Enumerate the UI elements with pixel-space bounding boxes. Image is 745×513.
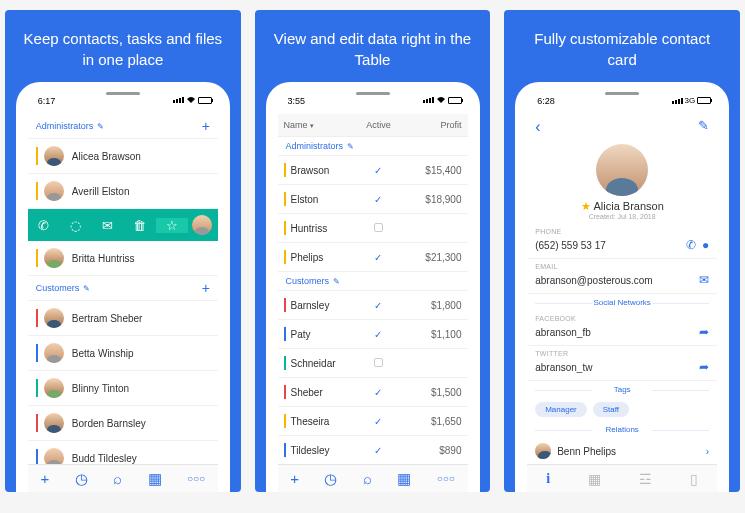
star-icon[interactable]: ☆ bbox=[156, 218, 188, 233]
mail-icon[interactable]: ✉ bbox=[699, 273, 709, 287]
check-icon[interactable]: ✓ bbox=[374, 252, 382, 263]
table-row[interactable]: Huntriss bbox=[278, 214, 468, 243]
check-icon[interactable]: ✓ bbox=[374, 194, 382, 205]
tag[interactable]: Staff bbox=[593, 402, 629, 417]
phone-mock: 3:55 Name ▾ Active Profit Administrators… bbox=[266, 82, 480, 492]
calendar-icon[interactable]: ▦ bbox=[148, 470, 162, 488]
col-name[interactable]: Name ▾ bbox=[284, 120, 355, 130]
list-item[interactable]: Bertram Sheber bbox=[28, 301, 218, 336]
section-administrators[interactable]: Administrators✎+ bbox=[28, 114, 218, 139]
check-icon[interactable]: ✓ bbox=[374, 165, 382, 176]
calendar-icon[interactable]: ▦ bbox=[588, 471, 601, 487]
list-item[interactable]: Britta Huntriss bbox=[28, 241, 218, 276]
add-button[interactable]: + bbox=[41, 470, 50, 487]
phone-label: PHONE bbox=[527, 224, 717, 235]
chat-icon[interactable]: ◌ bbox=[60, 218, 92, 233]
col-profit[interactable]: Profit bbox=[402, 120, 461, 130]
list-icon[interactable]: ☲ bbox=[639, 471, 652, 487]
avatar bbox=[44, 248, 64, 268]
table-row[interactable]: Tildesley✓$890 bbox=[278, 436, 468, 465]
edit-icon[interactable]: ✎ bbox=[333, 277, 340, 286]
twitter-row[interactable]: abranson_tw➦ bbox=[527, 357, 717, 381]
headline: View and edit data right in the Table bbox=[255, 10, 491, 82]
edit-icon[interactable]: ✎ bbox=[83, 284, 90, 293]
edit-icon[interactable]: ✎ bbox=[698, 118, 709, 136]
promo-card-1: Keep contacts, tasks and files in one pl… bbox=[5, 10, 241, 492]
table-row[interactable]: Schneidar bbox=[278, 349, 468, 378]
table-row[interactable]: Elston✓$18,900 bbox=[278, 185, 468, 214]
relations-divider: Relations bbox=[527, 421, 717, 438]
notch bbox=[321, 84, 425, 104]
tag[interactable]: Manager bbox=[535, 402, 587, 417]
swipe-actions: ✆ ◌ ✉ 🗑 ☆ bbox=[28, 209, 218, 241]
detail-header: ‹ ✎ bbox=[527, 114, 717, 140]
more-icon[interactable]: ○○○ bbox=[187, 473, 205, 484]
edit-icon[interactable]: ✎ bbox=[97, 122, 104, 131]
edit-icon[interactable]: ✎ bbox=[347, 142, 354, 151]
twitter-label: TWITTER bbox=[527, 346, 717, 357]
section-customers[interactable]: Customers✎+ bbox=[28, 276, 218, 301]
table-header: Name ▾ Active Profit bbox=[278, 114, 468, 137]
avatar bbox=[44, 413, 64, 433]
facebook-label: FACEBOOK bbox=[527, 311, 717, 322]
wifi-icon bbox=[186, 96, 196, 104]
more-icon[interactable]: ○○○ bbox=[437, 473, 455, 484]
add-icon[interactable]: + bbox=[202, 280, 210, 296]
table-row[interactable]: Sheber✓$1,500 bbox=[278, 378, 468, 407]
info-icon[interactable]: i bbox=[546, 471, 550, 487]
carrier: 3G bbox=[685, 96, 696, 105]
wifi-icon bbox=[436, 96, 446, 104]
search-icon[interactable]: ⌕ bbox=[113, 470, 122, 487]
clock: 6:17 bbox=[38, 96, 56, 106]
table-row[interactable]: Paty✓$1,100 bbox=[278, 320, 468, 349]
check-icon[interactable]: ✓ bbox=[374, 329, 382, 340]
section-customers[interactable]: Customers✎ bbox=[278, 272, 468, 291]
contact-name: ★Alicia Branson bbox=[531, 200, 713, 213]
email-label: EMAIL bbox=[527, 259, 717, 270]
phone-row[interactable]: (652) 559 53 17✆● bbox=[527, 235, 717, 259]
tags-divider: Tags bbox=[527, 381, 717, 398]
facebook-row[interactable]: abranson_fb➦ bbox=[527, 322, 717, 346]
add-icon[interactable]: + bbox=[202, 118, 210, 134]
add-button[interactable]: + bbox=[290, 470, 299, 487]
share-icon[interactable]: ➦ bbox=[699, 325, 709, 339]
email-row[interactable]: abranson@posterous.com✉ bbox=[527, 270, 717, 294]
section-administrators[interactable]: Administrators✎ bbox=[278, 137, 468, 156]
calendar-icon[interactable]: ▦ bbox=[397, 470, 411, 488]
recent-icon[interactable]: ◷ bbox=[324, 470, 337, 488]
file-icon[interactable]: ▯ bbox=[690, 471, 698, 487]
chat-icon[interactable]: ● bbox=[702, 238, 709, 252]
relation-row[interactable]: Benn Phelips› bbox=[527, 438, 717, 465]
table-row[interactable]: Phelips✓$21,300 bbox=[278, 243, 468, 272]
mail-icon[interactable]: ✉ bbox=[92, 218, 124, 233]
search-icon[interactable]: ⌕ bbox=[363, 470, 372, 487]
delete-icon[interactable]: 🗑 bbox=[124, 218, 156, 233]
table-row[interactable]: Theseira✓$1,650 bbox=[278, 407, 468, 436]
star-icon[interactable]: ★ bbox=[581, 200, 591, 212]
list-item[interactable]: Alicea Brawson bbox=[28, 139, 218, 174]
check-icon[interactable]: ✓ bbox=[374, 300, 382, 311]
checkbox[interactable] bbox=[374, 358, 383, 367]
list-item[interactable]: Blinny Tinton bbox=[28, 371, 218, 406]
bottom-toolbar: + ◷ ⌕ ▦ ○○○ bbox=[278, 464, 468, 492]
battery-icon bbox=[198, 97, 212, 104]
col-active[interactable]: Active bbox=[355, 120, 402, 130]
avatar bbox=[44, 378, 64, 398]
list-item[interactable]: Betta Winship bbox=[28, 336, 218, 371]
list-item[interactable]: Averill Elston bbox=[28, 174, 218, 209]
check-icon[interactable]: ✓ bbox=[374, 445, 382, 456]
call-icon[interactable]: ✆ bbox=[686, 238, 696, 252]
call-icon[interactable]: ✆ bbox=[28, 218, 60, 233]
table-row[interactable]: Barnsley✓$1,800 bbox=[278, 291, 468, 320]
back-icon[interactable]: ‹ bbox=[535, 118, 540, 136]
share-icon[interactable]: ➦ bbox=[699, 360, 709, 374]
tags: Manager Staff bbox=[527, 398, 717, 421]
list-item[interactable]: Borden Barnsley bbox=[28, 406, 218, 441]
avatar bbox=[535, 443, 551, 459]
table-row[interactable]: Brawson✓$15,400 bbox=[278, 156, 468, 185]
check-icon[interactable]: ✓ bbox=[374, 387, 382, 398]
avatar[interactable] bbox=[596, 144, 648, 196]
check-icon[interactable]: ✓ bbox=[374, 416, 382, 427]
recent-icon[interactable]: ◷ bbox=[75, 470, 88, 488]
checkbox[interactable] bbox=[374, 223, 383, 232]
